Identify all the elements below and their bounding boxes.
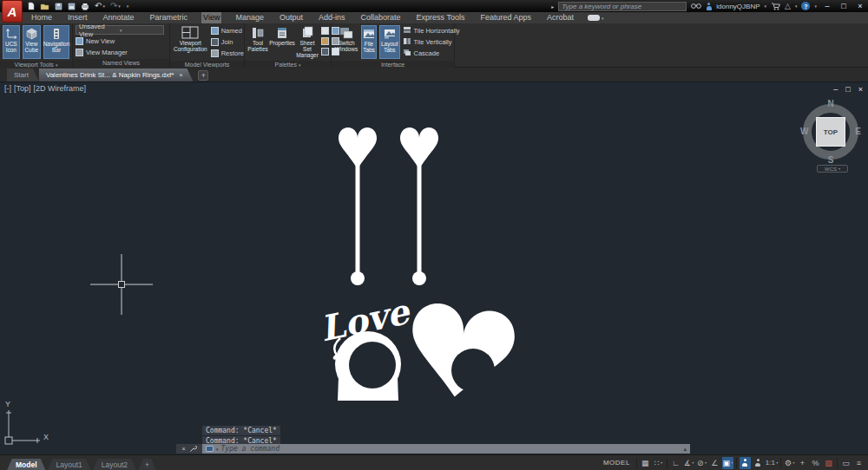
ribbon-tab-insert[interactable]: Insert <box>66 12 89 23</box>
properties-button[interactable]: Properties <box>271 25 293 59</box>
annotation-scale-button[interactable]: 1:1▾ <box>766 457 778 469</box>
qat-menu-icon[interactable]: ▾ <box>126 2 129 10</box>
ribbon-tab-annotate[interactable]: Annotate <box>102 12 136 23</box>
ribbon-tab-collaborate[interactable]: Collaborate <box>359 12 403 23</box>
undo-caret-icon[interactable]: ▾ <box>102 2 105 10</box>
command-history-toggle-icon[interactable]: ▴ <box>683 446 687 453</box>
file-tab-document[interactable]: Valentines Drink St... & Napkin Rings.dx… <box>39 69 194 82</box>
osnap-tracking-icon[interactable]: ∠ <box>709 457 720 469</box>
ribbon-tab-home[interactable]: Home <box>30 12 54 23</box>
love-napkin-ring[interactable]: Love <box>316 290 415 401</box>
grid-display-icon[interactable]: ▦ <box>640 457 651 469</box>
named-viewports-button[interactable]: Named <box>211 25 244 36</box>
file-tab-start[interactable]: Start <box>7 69 39 82</box>
a360-icon[interactable]: △ <box>785 2 791 10</box>
tile-vertically-button[interactable]: Tile Vertically <box>403 36 460 47</box>
osnap-icon[interactable]: ▣▾ <box>722 457 733 469</box>
viewcube-north[interactable]: N <box>799 99 862 108</box>
save-as-icon[interactable] <box>68 3 76 10</box>
ribbon-tab-express-tools[interactable]: Express Tools <box>415 12 467 23</box>
ribbon-tab-manage[interactable]: Manage <box>233 12 266 23</box>
ribbon-tab-featured-apps[interactable]: Featured Apps <box>478 12 533 23</box>
file-tabs-button[interactable]: File Tabs <box>361 25 377 59</box>
new-layout-button[interactable]: + <box>138 459 156 470</box>
annotation-visibility-icon[interactable] <box>740 457 751 469</box>
signed-in-username[interactable]: idonnyQJBNP <box>716 3 760 10</box>
join-viewports-button[interactable]: Join <box>211 36 244 47</box>
open-file-icon[interactable] <box>40 3 49 10</box>
palette-extra-icon[interactable] <box>321 48 329 55</box>
command-input-bar[interactable]: ▾ ▴ <box>202 444 690 454</box>
layout-tabs-button[interactable]: Layout Tabs <box>379 25 400 59</box>
user-menu-caret-icon[interactable]: ▾ <box>765 3 767 9</box>
graphics-performance-icon[interactable]: ▨ <box>823 457 834 469</box>
new-drawing-tab-button[interactable]: + <box>198 70 208 81</box>
view-dropdown[interactable]: Unsaved View▾ <box>76 25 164 35</box>
view-manager-button[interactable]: View Manager <box>76 47 164 57</box>
viewcube-west[interactable]: W <box>800 127 808 136</box>
annotation-autoscale-icon[interactable] <box>753 457 764 469</box>
heart-napkin-ring[interactable] <box>404 300 517 403</box>
redo-icon[interactable]: ↷▾ <box>110 2 121 10</box>
layout2-tab[interactable]: Layout2 <box>93 459 136 470</box>
customize-icon[interactable]: ≡ <box>853 457 865 469</box>
ribbon-display-toggle-icon[interactable]: ▾ <box>588 15 604 21</box>
file-tab-close-icon[interactable]: × <box>179 72 182 78</box>
annotation-monitor-icon[interactable]: + <box>797 457 808 469</box>
command-close-icon[interactable]: × <box>181 446 185 452</box>
palette-extra-icon[interactable] <box>321 27 329 35</box>
a360-caret-icon[interactable]: ▾ <box>795 3 798 9</box>
clean-screen-icon[interactable]: ▭ <box>840 457 852 469</box>
palette-extra-icon[interactable] <box>321 37 329 45</box>
ribbon-tab-addins[interactable]: Add-ins <box>317 12 347 23</box>
help-icon[interactable]: ? <box>801 2 810 10</box>
maximize-button[interactable]: □ <box>838 2 850 10</box>
viewcube-top-face[interactable]: TOP <box>816 117 845 147</box>
navigation-bar-button[interactable]: Navigation Bar <box>43 25 69 59</box>
view-cube-button[interactable]: View Cube <box>23 25 41 59</box>
snap-mode-icon[interactable]: ∷▾ <box>653 457 664 469</box>
isodraft-icon[interactable]: ⊘▾ <box>696 457 707 469</box>
app-store-cart-icon[interactable] <box>771 3 780 10</box>
new-file-icon[interactable] <box>28 2 35 10</box>
ribbon-tab-acrobat[interactable]: Acrobat <box>545 12 575 23</box>
app-menu-button[interactable]: A <box>2 0 23 23</box>
switch-windows-button[interactable]: Switch Windows <box>334 25 358 59</box>
new-view-button[interactable]: New View <box>76 36 164 46</box>
layout1-tab[interactable]: Layout1 <box>48 459 91 470</box>
help-caret-icon[interactable]: ▾ <box>814 3 817 9</box>
ribbon-tab-view[interactable]: View <box>201 12 221 23</box>
wcs-dropdown[interactable]: WCS▾ <box>817 165 848 173</box>
tile-horizontally-button[interactable]: Tile Horizontally <box>403 25 460 36</box>
search-binoculars-icon[interactable] <box>691 3 701 10</box>
model-space-button[interactable]: MODEL <box>600 459 634 467</box>
close-button[interactable]: × <box>854 2 866 10</box>
search-box[interactable] <box>558 2 687 11</box>
tool-palettes-button[interactable]: Tool Palettes <box>247 25 268 59</box>
undo-icon[interactable]: ↶▾ <box>95 2 105 10</box>
drawing-canvas[interactable]: [-] [Top] [2D Wireframe] – □ × <box>0 82 868 454</box>
cascade-button[interactable]: Cascade <box>403 48 460 58</box>
minimize-button[interactable]: – <box>821 2 833 10</box>
search-collapse-icon[interactable]: ▸ <box>551 3 554 10</box>
workspace-switching-icon[interactable]: ⚙▾ <box>784 457 795 469</box>
viewport-configuration-button[interactable]: Viewport Configuration <box>173 25 208 59</box>
search-input[interactable] <box>562 3 683 10</box>
command-keyboard-icon[interactable] <box>206 446 214 452</box>
ribbon-tab-parametric[interactable]: Parametric <box>148 12 190 23</box>
isolate-objects-icon[interactable]: % <box>810 457 821 469</box>
model-tab[interactable]: Model <box>7 459 46 470</box>
heart-stirrer-1[interactable] <box>339 127 377 285</box>
viewcube-east[interactable]: E <box>855 127 861 136</box>
ucs-icon-button[interactable]: UCS Icon <box>3 25 20 59</box>
command-wrench-icon[interactable] <box>189 445 197 454</box>
recent-commands-caret-icon[interactable]: ▾ <box>216 447 219 452</box>
save-icon[interactable] <box>55 3 62 10</box>
plot-icon[interactable] <box>81 3 89 10</box>
sheet-set-manager-button[interactable]: Sheet Set Manager <box>296 25 319 59</box>
polar-tracking-icon[interactable]: ∡▾ <box>683 457 694 469</box>
command-input[interactable] <box>221 445 681 453</box>
heart-stirrer-2[interactable] <box>400 127 438 285</box>
ribbon-tab-output[interactable]: Output <box>278 12 305 23</box>
redo-caret-icon[interactable]: ▾ <box>118 2 121 10</box>
